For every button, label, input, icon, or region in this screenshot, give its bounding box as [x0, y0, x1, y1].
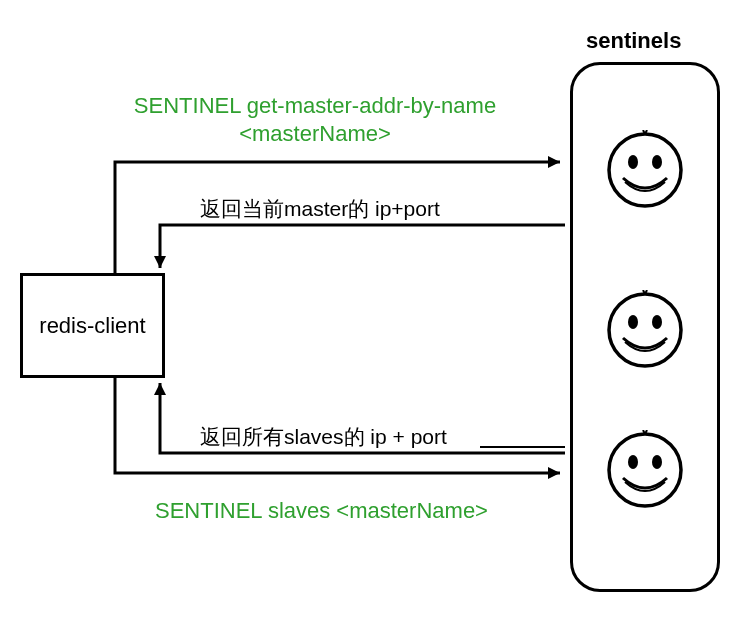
cmd-get-master-line1: SENTINEL get-master-addr-by-name	[115, 93, 515, 119]
response-slaves: 返回所有slaves的 ip + port	[200, 423, 447, 451]
svg-point-1	[628, 155, 638, 169]
svg-point-0	[609, 134, 681, 206]
svg-point-6	[609, 434, 681, 506]
redis-client-label: redis-client	[39, 313, 145, 339]
cmd-slaves: SENTINEL slaves <masterName>	[155, 498, 488, 524]
svg-marker-10	[154, 256, 166, 268]
svg-marker-11	[548, 467, 560, 479]
sentinels-title: sentinels	[586, 28, 681, 54]
cmd-get-master-line2: <masterName>	[115, 121, 515, 147]
svg-marker-12	[154, 383, 166, 395]
svg-point-7	[628, 455, 638, 469]
response-master: 返回当前master的 ip+port	[200, 195, 440, 223]
svg-point-8	[652, 455, 662, 469]
sentinel-node-1	[605, 130, 685, 210]
svg-point-5	[652, 315, 662, 329]
svg-point-2	[652, 155, 662, 169]
svg-point-4	[628, 315, 638, 329]
sentinel-node-3	[605, 430, 685, 510]
svg-point-3	[609, 294, 681, 366]
sentinel-node-2	[605, 290, 685, 370]
redis-client-box: redis-client	[20, 273, 165, 378]
svg-marker-9	[548, 156, 560, 168]
